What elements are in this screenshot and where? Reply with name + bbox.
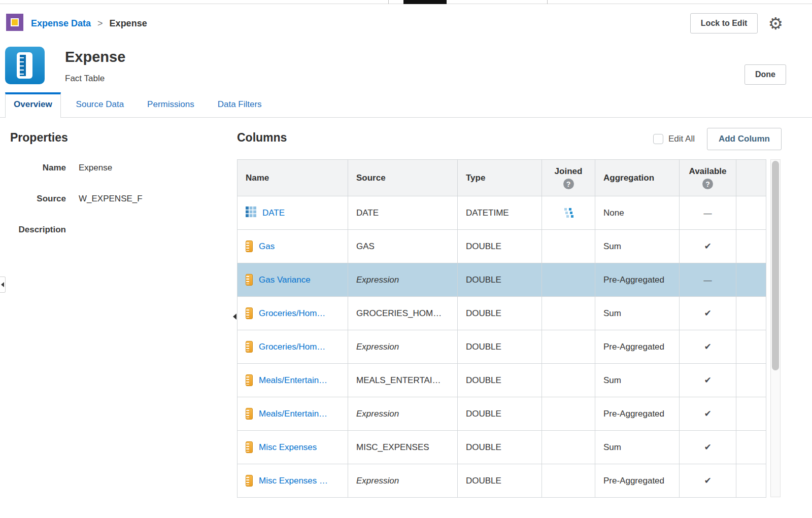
help-icon[interactable]: ? xyxy=(702,179,713,189)
column-name-link[interactable]: Misc Expenses … xyxy=(259,476,328,486)
column-type: DOUBLE xyxy=(458,431,542,464)
edit-all-control[interactable]: Edit All xyxy=(653,134,695,144)
table-row[interactable]: Gas Variance Expression DOUBLE Pre-Aggre… xyxy=(238,263,766,297)
attribute-grid-icon xyxy=(246,206,256,220)
column-type: DATETIME xyxy=(458,196,542,230)
content: Properties Name Expense Source W_EXPENSE… xyxy=(0,118,812,498)
column-aggregation: Pre-Aggregated xyxy=(595,464,680,498)
lock-to-edit-button[interactable]: Lock to Edit xyxy=(690,13,758,33)
vertical-scrollbar[interactable] xyxy=(770,159,781,497)
measure-ruler-icon xyxy=(246,408,253,420)
property-source: Source W_EXPENSE_F xyxy=(10,194,237,204)
column-aggregation: Sum xyxy=(595,297,680,330)
column-joined xyxy=(542,230,595,263)
columns-table: Name Source Type Joined ? Aggregation xyxy=(237,159,766,498)
spacer-cell xyxy=(736,297,766,330)
table-row[interactable]: Gas GAS DOUBLE Sum ✔ xyxy=(238,230,766,263)
measure-ruler-icon xyxy=(246,341,253,353)
help-icon[interactable]: ? xyxy=(563,179,574,189)
left-edge-collapse-handle[interactable] xyxy=(0,277,6,293)
add-column-button[interactable]: Add Column xyxy=(707,128,782,150)
column-aggregation: Pre-Aggregated xyxy=(595,330,680,364)
topbar-actions: Lock to Edit ⚙ xyxy=(690,13,783,33)
column-source: DATE xyxy=(348,196,458,230)
column-source: Expression xyxy=(348,464,458,498)
properties-collapse-handle[interactable] xyxy=(231,309,238,324)
property-description: Description xyxy=(10,225,237,235)
page-title: Expense xyxy=(65,49,125,65)
column-available: ✔ xyxy=(680,330,736,364)
tab-data-filters[interactable]: Data Filters xyxy=(210,92,270,117)
tab-bar: Overview Source Data Permissions Data Fi… xyxy=(0,92,812,118)
column-name-link[interactable]: Meals/Entertain… xyxy=(259,375,327,386)
column-name-link[interactable]: DATE xyxy=(262,208,285,218)
column-source: Expression xyxy=(348,330,458,364)
check-icon: ✔ xyxy=(704,241,711,251)
check-icon: ✔ xyxy=(704,475,711,486)
spacer-cell xyxy=(736,263,766,297)
scrollbar-thumb[interactable] xyxy=(772,161,779,370)
column-name-link[interactable]: Groceries/Hom… xyxy=(259,342,325,352)
column-type: DOUBLE xyxy=(458,364,542,397)
measure-ruler-icon xyxy=(246,374,253,386)
column-name-link[interactable]: Meals/Entertain… xyxy=(259,409,327,419)
table-row[interactable]: Meals/Entertain… MEALS_ENTERTAI… DOUBLE … xyxy=(238,364,766,397)
column-source: MISC_EXPENSES xyxy=(348,431,458,464)
table-row[interactable]: Misc Expenses MISC_EXPENSES DOUBLE Sum xyxy=(238,431,766,464)
column-type: DOUBLE xyxy=(458,297,542,330)
tab-permissions[interactable]: Permissions xyxy=(139,92,202,117)
table-row[interactable]: Meals/Entertain… Expression DOUBLE Pre-A… xyxy=(238,397,766,431)
check-icon: ✔ xyxy=(704,408,711,419)
edit-all-checkbox[interactable] xyxy=(653,134,663,144)
column-name-link[interactable]: Gas xyxy=(259,241,275,252)
join-icon xyxy=(562,206,575,220)
spacer-cell xyxy=(736,196,766,230)
column-joined xyxy=(542,297,595,330)
column-name-link[interactable]: Groceries/Hom… xyxy=(259,308,325,319)
properties-panel: Properties Name Expense Source W_EXPENSE… xyxy=(10,131,237,498)
columns-table-wrap: Name Source Type Joined ? Aggregation xyxy=(237,159,782,498)
column-type: DOUBLE xyxy=(458,330,542,364)
column-available: ✔ xyxy=(680,297,736,330)
column-joined xyxy=(542,196,595,230)
column-source: MEALS_ENTERTAI… xyxy=(348,364,458,397)
property-value: W_EXPENSE_F xyxy=(79,194,143,204)
column-joined xyxy=(542,431,595,464)
check-icon: ✔ xyxy=(704,308,711,318)
column-aggregation: Sum xyxy=(595,431,680,464)
page-header: Expense Fact Table Done xyxy=(0,43,812,86)
table-row[interactable]: Groceries/Hom… GROCERIES_HOM… DOUBLE Sum xyxy=(238,297,766,330)
column-header-joined: Joined ? xyxy=(542,160,595,196)
spacer-cell xyxy=(736,330,766,364)
breadcrumb-parent-link[interactable]: Expense Data xyxy=(31,18,91,28)
column-type: DOUBLE xyxy=(458,263,542,297)
table-row[interactable]: DATE DATE DATETIME None — xyxy=(238,196,766,230)
done-button[interactable]: Done xyxy=(745,64,786,85)
column-aggregation: None xyxy=(595,196,680,230)
spacer-cell xyxy=(736,364,766,397)
column-name-link[interactable]: Misc Expenses xyxy=(259,442,317,453)
column-header-name: Name xyxy=(238,160,348,196)
gear-icon[interactable]: ⚙ xyxy=(768,15,783,32)
app-logo-icon xyxy=(5,13,24,34)
property-value: Expense xyxy=(79,163,112,173)
measure-ruler-icon xyxy=(246,441,253,453)
breadcrumb: Expense Data > Expense xyxy=(31,18,147,29)
page-subtitle: Fact Table xyxy=(65,74,125,84)
collapse-left-icon xyxy=(233,314,236,320)
dash-icon: — xyxy=(703,274,713,285)
column-aggregation: Sum xyxy=(595,364,680,397)
tab-overview[interactable]: Overview xyxy=(5,92,61,118)
topbar: Expense Data > Expense Lock to Edit ⚙ xyxy=(0,4,812,43)
spacer-cell xyxy=(736,431,766,464)
column-name-link[interactable]: Gas Variance xyxy=(259,275,311,285)
column-available: ✔ xyxy=(680,364,736,397)
column-source: GAS xyxy=(348,230,458,263)
tab-source-data[interactable]: Source Data xyxy=(68,92,132,117)
measure-ruler-icon xyxy=(246,240,253,252)
breadcrumb-separator: > xyxy=(97,18,103,28)
column-aggregation: Sum xyxy=(595,230,680,263)
table-row[interactable]: Misc Expenses … Expression DOUBLE Pre-Ag… xyxy=(238,464,766,498)
properties-heading: Properties xyxy=(10,131,237,145)
table-row[interactable]: Groceries/Hom… Expression DOUBLE Pre-Agg… xyxy=(238,330,766,364)
